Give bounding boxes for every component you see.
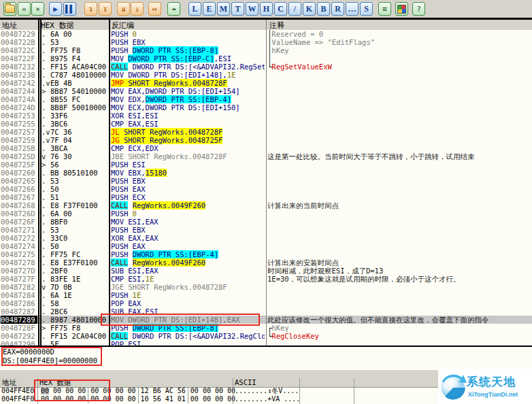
- hex-bytes-cell[interactable]: 6A 1E: [50, 291, 107, 299]
- instruction-cell[interactable]: XOR ESI,ESI: [111, 112, 265, 120]
- instruction-cell[interactable]: JGE SHORT RegWorks.0048728F: [111, 283, 265, 291]
- hex-bytes-cell[interactable]: 8B8F 50010000: [50, 103, 107, 112]
- address-cell[interactable]: 0048726D: [1, 209, 37, 218]
- column-divider[interactable]: [109, 20, 110, 346]
- hex-bytes-cell[interactable]: E8 E37F0100: [50, 258, 107, 267]
- address-cell[interactable]: 00487298: [1, 340, 37, 346]
- address-cell[interactable]: 00487232: [1, 63, 37, 71]
- instruction-cell[interactable]: PUSH EAX: [111, 242, 265, 250]
- instruction-cell[interactable]: SUB ESI,EAX: [111, 267, 265, 275]
- instruction-cell[interactable]: CMP ECX,EDX: [111, 144, 265, 152]
- hex-bytes-cell[interactable]: 53: [50, 226, 107, 234]
- address-cell[interactable]: 00487265: [1, 177, 37, 185]
- address-cell[interactable]: 00487244: [1, 87, 37, 95]
- address-cell[interactable]: 0048726F: [1, 218, 37, 226]
- instruction-cell[interactable]: JL SHORT RegWorks.0048728F: [111, 128, 265, 136]
- view-source-button[interactable]: S: [360, 2, 373, 16]
- hex-bytes-cell[interactable]: 58: [50, 299, 107, 307]
- instruction-cell[interactable]: PUSH DWORD PTR SS:[EBP-8]: [111, 46, 265, 54]
- go-to-address-button[interactable]: ↠: [167, 2, 180, 16]
- address-cell[interactable]: 0048727D: [1, 267, 37, 275]
- instruction-cell[interactable]: POP EAX: [111, 299, 265, 307]
- instruction-cell[interactable]: PUSH 0: [111, 30, 265, 38]
- instruction-cell[interactable]: PUSH EBX: [111, 177, 265, 185]
- address-cell[interactable]: 00487255: [1, 120, 37, 128]
- column-divider[interactable]: [40, 20, 41, 346]
- view-windows-button[interactable]: W: [246, 2, 259, 16]
- hex-bytes-cell[interactable]: C787 48010000: [50, 71, 107, 79]
- address-cell[interactable]: 00487286: [1, 299, 37, 307]
- column-divider[interactable]: [38, 20, 39, 346]
- address-cell[interactable]: 00487282: [1, 283, 37, 291]
- address-cell[interactable]: 00487272: [1, 234, 37, 242]
- view-cpu-button[interactable]: C: [274, 2, 287, 16]
- view-threads-button[interactable]: T: [231, 2, 244, 16]
- hex-bytes-cell[interactable]: 53: [50, 38, 107, 46]
- address-cell[interactable]: 0048725B: [1, 144, 37, 152]
- address-cell[interactable]: 0048728F: [1, 324, 37, 332]
- hex-bytes-cell[interactable]: 50: [50, 185, 107, 193]
- address-cell[interactable]: 0048725D: [1, 152, 37, 161]
- address-cell[interactable]: 00487287: [1, 307, 37, 316]
- address-cell[interactable]: 0048724A: [1, 95, 37, 103]
- instruction-cell[interactable]: MOV EDX,DWORD PTR SS:[EBP-4]: [111, 95, 265, 103]
- instruction-cell[interactable]: MOV EBX,15180: [111, 169, 265, 177]
- hex-bytes-cell[interactable]: 33F6: [50, 112, 107, 120]
- hex-bytes-cell[interactable]: 3BCA: [50, 144, 107, 152]
- instruction-cell[interactable]: SUB EAX,ESI: [111, 307, 265, 316]
- dump-bytes[interactable]: 00 00 00 0000 00 00 0012 B6 AC 5600 00 0…: [39, 387, 237, 395]
- trace-over-button[interactable]: ⇓: [131, 2, 144, 16]
- instruction-cell[interactable]: MOV DWORD PTR SS:[EBP-C],ESI: [111, 54, 265, 63]
- appearance-button[interactable]: [395, 2, 408, 16]
- address-cell[interactable]: 00487275: [1, 250, 37, 258]
- instruction-cell[interactable]: POP ESI: [111, 340, 265, 346]
- instruction-cell[interactable]: MOV ESI,EAX: [111, 218, 265, 226]
- instruction-cell[interactable]: MOV ECX,DWORD PTR DS:[EDI+150]: [111, 103, 265, 112]
- restart-button[interactable]: «: [18, 2, 31, 16]
- hex-bytes-cell[interactable]: 8987 48010000: [50, 316, 107, 324]
- hex-bytes-cell[interactable]: 8975 F4: [50, 54, 107, 63]
- hex-bytes-cell[interactable]: 83FE 1E: [50, 275, 107, 283]
- hex-bytes-cell[interactable]: 53: [50, 177, 107, 185]
- col-header-hex[interactable]: HEX 数据: [41, 20, 74, 31]
- col-header-comment[interactable]: 注释: [269, 20, 284, 31]
- hex-bytes-cell[interactable]: 50: [50, 242, 107, 250]
- col-header-address[interactable]: 地址: [2, 20, 17, 31]
- hex-bytes-cell[interactable]: 5F: [50, 340, 107, 346]
- view-references-button[interactable]: R: [331, 2, 344, 16]
- address-cell[interactable]: 00487260: [1, 169, 37, 177]
- instruction-cell[interactable]: CMP ESI,1E: [111, 275, 265, 283]
- address-cell[interactable]: 00487257: [1, 128, 37, 136]
- instruction-cell[interactable]: PUSH ECX: [111, 193, 265, 201]
- view-executables-button[interactable]: E: [203, 2, 216, 16]
- hex-bytes-cell[interactable]: FF75 F8: [50, 46, 107, 54]
- instruction-cell[interactable]: CALL RegWorks.0049F260: [111, 201, 265, 209]
- help-button[interactable]: ?: [412, 2, 425, 16]
- hex-bytes-cell[interactable]: E8 F37F0100: [50, 201, 107, 209]
- step-into-button[interactable]: ↴: [84, 2, 97, 16]
- hex-bytes-cell[interactable]: 2BC6: [50, 307, 107, 316]
- hex-bytes-cell[interactable]: 8B55 FC: [50, 95, 107, 103]
- address-cell[interactable]: 0048725F: [1, 161, 37, 169]
- instruction-cell[interactable]: PUSH ESI: [111, 161, 265, 169]
- address-cell[interactable]: 00487284: [1, 291, 37, 299]
- address-cell[interactable]: 0048727F: [1, 275, 37, 283]
- hex-bytes-cell[interactable]: 51: [50, 193, 107, 201]
- view-callstack-button[interactable]: K: [303, 2, 316, 16]
- dump-address[interactable]: 004FF4E0: [1, 387, 34, 395]
- hex-bytes-cell[interactable]: FF15 2CA04C00: [50, 332, 107, 340]
- view-runtrace-button[interactable]: …: [346, 2, 359, 16]
- view-handles-button[interactable]: H: [260, 2, 273, 16]
- address-cell[interactable]: 0048724D: [1, 103, 37, 112]
- address-cell[interactable]: 00487267: [1, 193, 37, 201]
- dump-address[interactable]: 004FF4F0: [1, 395, 34, 403]
- hex-bytes-cell[interactable]: 8B87 54010000: [50, 87, 107, 95]
- pause-button[interactable]: ▌▌: [63, 2, 76, 16]
- options-list-button[interactable]: ≡: [378, 2, 391, 16]
- hex-bytes-cell[interactable]: FF75 F8: [50, 324, 107, 332]
- hex-bytes-cell[interactable]: 7C 36: [50, 128, 107, 136]
- hex-bytes-cell[interactable]: BB 80510100: [50, 169, 107, 177]
- instruction-cell[interactable]: PUSH EAX: [111, 185, 265, 193]
- run-button[interactable]: ▶: [49, 2, 62, 16]
- address-cell[interactable]: 00487271: [1, 226, 37, 234]
